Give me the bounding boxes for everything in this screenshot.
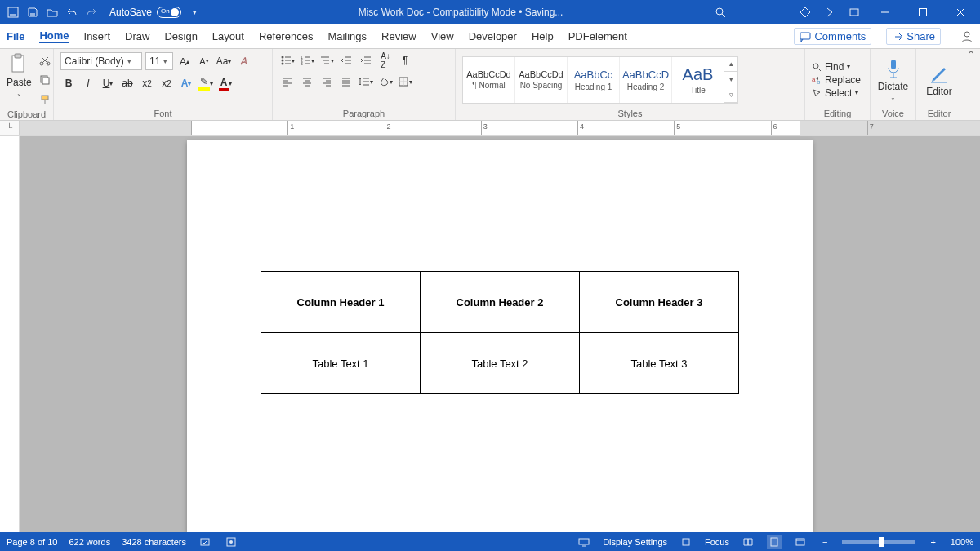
read-mode-icon[interactable] — [741, 535, 755, 549]
table-cell[interactable]: Table Text 3 — [580, 333, 739, 394]
ruler-horizontal[interactable]: └ 1 2 3 4 5 6 7 — [0, 121, 980, 136]
minimize-button[interactable] — [872, 0, 898, 24]
zoom-in[interactable]: + — [927, 537, 938, 547]
multilevel-list-icon[interactable]: ▾ — [318, 52, 335, 69]
paste-button[interactable]: Paste ⌄ — [7, 52, 32, 97]
table-row[interactable]: Table Text 1 Table Text 2 Table Text 3 — [261, 333, 739, 394]
underline-icon[interactable]: U▾ — [100, 75, 116, 91]
find-button[interactable]: Find▾ — [812, 61, 850, 73]
change-case-icon[interactable]: Aa▾ — [216, 53, 232, 69]
tab-selector[interactable]: └ — [0, 121, 20, 135]
tab-layout[interactable]: Layout — [212, 30, 244, 42]
text-effects-icon[interactable]: A▾ — [178, 75, 194, 91]
open-icon[interactable] — [46, 6, 59, 19]
zoom-slider[interactable] — [842, 540, 915, 544]
save-icon[interactable] — [26, 6, 39, 19]
page[interactable]: Column Header 1 Column Header 2 Column H… — [187, 140, 813, 532]
align-right-icon[interactable] — [318, 73, 335, 90]
ruler-vertical[interactable] — [0, 136, 20, 532]
macro-icon[interactable] — [224, 535, 238, 549]
increase-indent-icon[interactable] — [358, 52, 374, 69]
redo-icon[interactable] — [85, 6, 98, 19]
undo-icon[interactable] — [65, 6, 78, 19]
show-marks-icon[interactable]: ¶ — [397, 52, 413, 69]
comments-button[interactable]: Comments — [794, 28, 871, 45]
shrink-font-icon[interactable]: A▾ — [196, 53, 212, 69]
bullets-icon[interactable]: ▾ — [279, 52, 296, 69]
table-cell[interactable]: Table Text 2 — [421, 333, 580, 394]
style-heading2[interactable]: AaBbCcDHeading 2 — [620, 57, 672, 103]
style-normal[interactable]: AaBbCcDd¶ Normal — [463, 57, 515, 103]
spellcheck-icon[interactable] — [198, 535, 212, 549]
tab-view[interactable]: View — [431, 30, 454, 42]
copy-icon[interactable] — [37, 72, 53, 88]
display-settings-icon[interactable] — [577, 535, 591, 549]
superscript-icon[interactable]: x2 — [158, 75, 175, 91]
replace-button[interactable]: abReplace — [812, 74, 861, 86]
diamond-icon[interactable] — [799, 6, 812, 19]
focus-icon[interactable] — [679, 535, 693, 549]
maximize-button[interactable] — [910, 0, 936, 24]
word-count[interactable]: 622 words — [69, 537, 110, 547]
editor-button[interactable]: Editor — [923, 63, 956, 97]
style-heading1[interactable]: AaBbCcHeading 1 — [568, 57, 620, 103]
focus-mode[interactable]: Focus — [705, 537, 729, 547]
share-button[interactable]: Share — [886, 28, 941, 45]
account-icon[interactable] — [960, 30, 973, 43]
line-spacing-icon[interactable]: ▾ — [358, 73, 374, 90]
display-settings[interactable]: Display Settings — [603, 537, 667, 547]
table-row[interactable]: Column Header 1 Column Header 2 Column H… — [261, 272, 739, 333]
table-cell[interactable]: Column Header 1 — [261, 272, 421, 333]
tab-home[interactable]: Home — [39, 29, 69, 43]
autosave-toggle[interactable]: On — [157, 7, 181, 18]
borders-icon[interactable]: ▾ — [397, 73, 413, 90]
font-color-icon[interactable]: A▾ — [217, 75, 234, 91]
coming-soon-icon[interactable] — [823, 6, 836, 19]
sort-icon[interactable]: A↓Z — [377, 52, 394, 69]
shading-icon[interactable]: ▾ — [377, 73, 394, 90]
tab-insert[interactable]: Insert — [84, 30, 111, 42]
style-title[interactable]: AaBTitle — [672, 57, 724, 103]
italic-icon[interactable]: I — [80, 75, 96, 91]
style-nospacing[interactable]: AaBbCcDdNo Spacing — [515, 57, 568, 103]
highlight-icon[interactable]: ✎▾ — [198, 75, 214, 91]
autosave-doc-icon[interactable] — [7, 6, 20, 19]
table-cell[interactable]: Column Header 3 — [580, 272, 739, 333]
tab-pdfelement[interactable]: PDFelement — [568, 30, 627, 42]
subscript-icon[interactable]: x2 — [139, 75, 155, 91]
collapse-ribbon-icon[interactable]: ⌃ — [962, 49, 980, 120]
cut-icon[interactable] — [37, 52, 53, 69]
tab-references[interactable]: References — [259, 30, 313, 42]
bold-icon[interactable]: B — [60, 75, 77, 91]
clear-formatting-icon[interactable]: A̷ — [235, 53, 252, 69]
font-size-combo[interactable]: 11▾ — [145, 52, 173, 70]
search-icon[interactable] — [714, 6, 727, 19]
grow-font-icon[interactable]: A▴ — [176, 53, 193, 69]
tab-design[interactable]: Design — [164, 30, 197, 42]
table-cell[interactable]: Column Header 2 — [421, 272, 580, 333]
styles-scroll[interactable]: ▴▾▿ — [724, 57, 737, 103]
tab-review[interactable]: Review — [381, 30, 416, 42]
tab-file[interactable]: File — [7, 30, 24, 42]
format-painter-icon[interactable] — [37, 91, 53, 108]
char-count[interactable]: 3428 characters — [122, 537, 186, 547]
tab-draw[interactable]: Draw — [125, 30, 149, 42]
align-left-icon[interactable] — [279, 73, 296, 90]
tab-developer[interactable]: Developer — [469, 30, 517, 42]
decrease-indent-icon[interactable] — [338, 52, 354, 69]
zoom-level[interactable]: 100% — [951, 537, 973, 547]
print-layout-icon[interactable] — [767, 535, 782, 549]
font-name-combo[interactable]: Calibri (Body)▾ — [60, 52, 142, 70]
web-layout-icon[interactable] — [793, 535, 808, 549]
table-cell[interactable]: Table Text 1 — [261, 333, 421, 394]
document-table[interactable]: Column Header 1 Column Header 2 Column H… — [261, 271, 739, 394]
numbering-icon[interactable]: 123▾ — [299, 52, 315, 69]
tab-mailings[interactable]: Mailings — [327, 30, 367, 42]
styles-gallery[interactable]: AaBbCcDd¶ Normal AaBbCcDdNo Spacing AaBb… — [462, 56, 738, 104]
document-viewport[interactable]: Column Header 1 Column Header 2 Column H… — [20, 136, 980, 532]
select-button[interactable]: Select▾ — [812, 87, 858, 99]
close-button[interactable] — [947, 0, 973, 24]
align-center-icon[interactable] — [299, 73, 315, 90]
tab-help[interactable]: Help — [532, 30, 554, 42]
ribbon-display-icon[interactable] — [848, 6, 861, 19]
